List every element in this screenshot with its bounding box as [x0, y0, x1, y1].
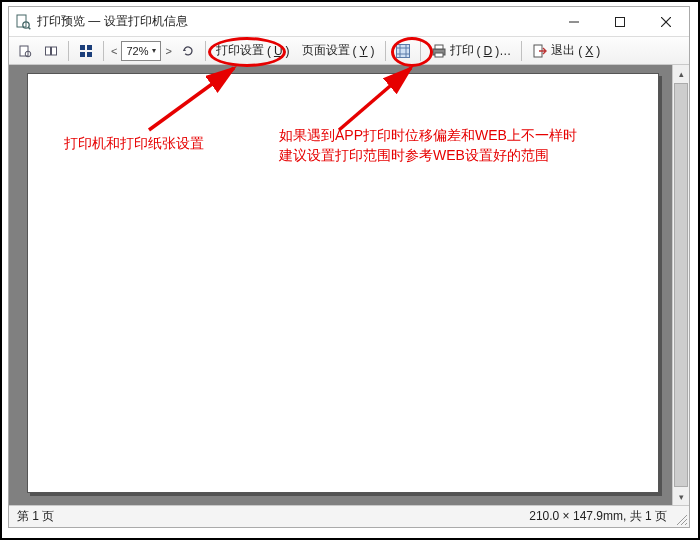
- zoom-prev-icon: <: [109, 45, 119, 57]
- resize-grip[interactable]: [675, 513, 687, 525]
- print-button[interactable]: 打印(D)…: [426, 40, 517, 62]
- svg-rect-4: [616, 17, 625, 26]
- chevron-down-icon: ▾: [152, 46, 156, 55]
- preview-viewport: ▴ ▾: [9, 65, 689, 505]
- svg-rect-12: [87, 45, 92, 50]
- status-size: 210.0 × 147.9mm, 共 1 页: [529, 508, 689, 525]
- svg-rect-0: [17, 15, 26, 27]
- statusbar: 第 1 页 210.0 × 147.9mm, 共 1 页: [9, 505, 689, 527]
- exit-button[interactable]: 退出(X): [527, 40, 605, 62]
- svg-rect-13: [80, 52, 85, 57]
- svg-rect-14: [87, 52, 92, 57]
- window-controls: [551, 7, 689, 36]
- zoom-value: 72%: [126, 45, 148, 57]
- svg-rect-22: [435, 45, 443, 49]
- vertical-scrollbar[interactable]: ▴ ▾: [672, 65, 689, 505]
- svg-rect-10: [52, 47, 57, 55]
- print-label: 打印: [450, 42, 474, 59]
- page-setup-button[interactable]: 页面设置(Y): [297, 40, 380, 62]
- print-setup-label: 打印设置: [216, 42, 264, 59]
- thumbnails-button[interactable]: [74, 40, 98, 62]
- print-setup-button[interactable]: 打印设置(U): [211, 40, 295, 62]
- page-setup-label: 页面设置: [302, 42, 350, 59]
- prev-page-button[interactable]: [39, 40, 63, 62]
- svg-marker-15: [183, 48, 186, 51]
- svg-line-27: [685, 523, 687, 525]
- toolbar: < 72% ▾ > 打印设置(U) 页面设置(Y) 打印(D)…: [9, 37, 689, 65]
- scroll-up-button[interactable]: ▴: [673, 65, 689, 82]
- exit-icon: [532, 43, 548, 59]
- scroll-thumb[interactable]: [674, 83, 688, 487]
- print-preview-window: 打印预览 — 设置打印机信息 < 72% ▾ > 打印设置: [8, 6, 690, 528]
- close-button[interactable]: [643, 7, 689, 36]
- client-area: ▴ ▾ 第 1 页 210.0 × 147.9mm, 共 1 页: [9, 65, 689, 527]
- exit-label: 退出: [551, 42, 575, 59]
- svg-rect-11: [80, 45, 85, 50]
- margins-button[interactable]: [391, 40, 415, 62]
- app-icon: [15, 14, 31, 30]
- window-title: 打印预览 — 设置打印机信息: [37, 13, 188, 30]
- svg-line-2: [28, 27, 30, 29]
- first-page-button[interactable]: [13, 40, 37, 62]
- status-page: 第 1 页: [9, 508, 529, 525]
- zoom-next-icon: >: [163, 45, 173, 57]
- zoom-combobox[interactable]: 72% ▾: [121, 41, 161, 61]
- svg-rect-9: [46, 47, 51, 55]
- minimize-button[interactable]: [551, 7, 597, 36]
- svg-rect-16: [396, 44, 409, 57]
- preview-page: [27, 73, 659, 493]
- scroll-down-button[interactable]: ▾: [673, 488, 689, 505]
- svg-rect-23: [435, 53, 443, 57]
- titlebar: 打印预览 — 设置打印机信息: [9, 7, 689, 37]
- printer-icon: [431, 43, 447, 59]
- refresh-button[interactable]: [176, 40, 200, 62]
- maximize-button[interactable]: [597, 7, 643, 36]
